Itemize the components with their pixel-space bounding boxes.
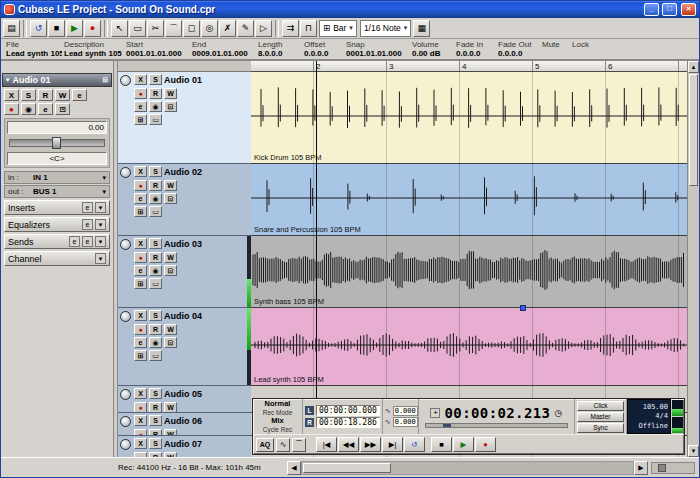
track-mute-button[interactable]: X bbox=[134, 310, 147, 321]
hscroll-thumb[interactable] bbox=[303, 463, 391, 473]
track-solo-button[interactable]: S bbox=[149, 166, 162, 177]
info-offset[interactable]: Offset0.0.0.0 bbox=[302, 39, 344, 59]
input-routing-select[interactable]: in : IN 1 ▾ bbox=[4, 171, 110, 184]
titlebar[interactable]: Cubase LE Project - Sound On Sound.cpr _… bbox=[1, 1, 699, 18]
track-write-button[interactable]: W bbox=[164, 402, 177, 413]
record-mode-value[interactable]: Normal bbox=[255, 400, 300, 408]
aq-button[interactable]: AQ bbox=[256, 438, 274, 452]
section-edit-icon[interactable]: e bbox=[82, 236, 93, 247]
inspector-menu-icon[interactable]: ⊞ bbox=[102, 76, 108, 84]
track-item-4[interactable]: XSAudio 04●RWe◉⊡⊞▭ bbox=[118, 308, 251, 386]
track-record-enable-button[interactable]: ● bbox=[134, 252, 147, 263]
zoom-slider-thumb[interactable] bbox=[658, 464, 666, 472]
inspector-mute-button[interactable]: X bbox=[4, 89, 19, 101]
project-overview-button[interactable]: ▤ bbox=[3, 20, 20, 37]
track-read-button[interactable]: R bbox=[149, 429, 162, 436]
tempo-display[interactable]: 105.00 4/4 Offline bbox=[627, 399, 671, 434]
section-open-icon[interactable]: ▾ bbox=[95, 202, 106, 213]
cycle-button[interactable]: ↺ bbox=[30, 20, 47, 37]
vertical-scrollbar[interactable]: ▲ ▼ bbox=[687, 61, 699, 457]
close-button[interactable]: × bbox=[681, 3, 696, 16]
output-routing-select[interactable]: out : BUS 1 ▾ bbox=[4, 185, 110, 198]
preroll-display[interactable]: 0.000 bbox=[393, 406, 418, 416]
track-mute-button[interactable]: X bbox=[134, 166, 147, 177]
scroll-right-button[interactable]: ▶ bbox=[634, 461, 648, 475]
track-lock-button[interactable]: ⊞ bbox=[134, 114, 147, 125]
track-timebase-button[interactable]: ⊡ bbox=[164, 101, 177, 112]
inspector-section-equalizers[interactable]: Equalizerse▾ bbox=[4, 217, 110, 232]
horizontal-scrollbar[interactable]: ◀ ▶ bbox=[287, 460, 648, 475]
play-tool[interactable]: ▷ bbox=[255, 20, 272, 37]
track-solo-button[interactable]: S bbox=[149, 415, 162, 426]
inspector-section-channel[interactable]: Channel▾ bbox=[4, 251, 110, 266]
inspector-write-button[interactable]: W bbox=[55, 89, 70, 101]
event-selection-handle[interactable] bbox=[520, 305, 526, 311]
track-edit-channel-button[interactable]: e bbox=[134, 337, 147, 348]
transport-rewind-button[interactable]: ◀◀ bbox=[338, 437, 359, 452]
transport-record-button[interactable]: ● bbox=[475, 437, 496, 452]
crossfade-icon-button[interactable]: ⌒ bbox=[292, 438, 306, 452]
draw-tool[interactable]: ✎ bbox=[237, 20, 254, 37]
position-slider-thumb[interactable] bbox=[443, 424, 451, 427]
track-monitor-button[interactable]: ◉ bbox=[149, 337, 162, 348]
time-signature-value[interactable]: 4/4 bbox=[630, 412, 668, 421]
clock-icon[interactable]: ◷ bbox=[554, 408, 562, 418]
right-locator-tag[interactable]: R bbox=[305, 418, 314, 427]
track-edit-channel-button[interactable]: e bbox=[134, 193, 147, 204]
transport-stop-button[interactable]: ■ bbox=[431, 437, 452, 452]
select-tool[interactable]: ↖ bbox=[111, 20, 128, 37]
track-record-enable-button[interactable]: ● bbox=[134, 88, 147, 99]
section-edit-icon[interactable]: e bbox=[82, 202, 93, 213]
stop-button[interactable]: ■ bbox=[48, 20, 65, 37]
info-file[interactable]: FileLead synth 105 bbox=[4, 39, 62, 59]
inspector-edit-button[interactable]: e bbox=[72, 89, 87, 101]
info-snap[interactable]: Snap0001.01.01.000 bbox=[344, 39, 410, 59]
click-button[interactable]: Click bbox=[577, 401, 624, 411]
info-end[interactable]: End0009.01.01.000 bbox=[190, 39, 256, 59]
inspector-section-sends[interactable]: Sendsee▾ bbox=[4, 234, 110, 249]
track-lock-button[interactable]: ⊞ bbox=[134, 278, 147, 289]
track-timebase-button[interactable]: ⊡ bbox=[164, 265, 177, 276]
record-button[interactable]: ● bbox=[84, 20, 101, 37]
horizontal-zoom-slider[interactable] bbox=[651, 462, 695, 474]
track-mute-button[interactable]: X bbox=[134, 238, 147, 249]
scroll-down-button[interactable]: ▼ bbox=[688, 445, 699, 457]
quantize-select[interactable]: 1/16 Note▾ bbox=[360, 20, 411, 37]
arrange-area[interactable]: 23456 Kick Drum 105 BPMSnare and Percuss… bbox=[251, 61, 687, 457]
right-locator-display[interactable]: 00:00:18.286 bbox=[316, 417, 380, 428]
inspector-track-header[interactable]: ▾ Audio 01 ⊞ bbox=[2, 73, 112, 87]
info-lock[interactable]: Lock bbox=[570, 39, 598, 59]
inspector-section-inserts[interactable]: Insertse▾ bbox=[4, 200, 110, 215]
time-format-plus-button[interactable]: + bbox=[430, 408, 440, 418]
record-mode-section[interactable]: Normal Rec Mode Mix Cycle Rec bbox=[253, 399, 303, 434]
fade-icon-button[interactable]: ∿ bbox=[276, 438, 290, 452]
play-button[interactable]: ▶ bbox=[66, 20, 83, 37]
position-slider[interactable] bbox=[425, 423, 568, 428]
sync-button[interactable]: Sync bbox=[577, 423, 624, 433]
zoom-tool[interactable]: ◎ bbox=[201, 20, 218, 37]
track-read-button[interactable]: R bbox=[149, 402, 162, 413]
track-mute-button[interactable]: X bbox=[134, 415, 147, 426]
autoscroll-button[interactable]: ⇉ bbox=[282, 20, 299, 37]
track-write-button[interactable]: W bbox=[164, 88, 177, 99]
info-length[interactable]: Length8.0.0.0 bbox=[256, 39, 302, 59]
master-button[interactable]: Master bbox=[577, 412, 624, 422]
track-read-button[interactable]: R bbox=[149, 180, 162, 191]
track-lane-display-button[interactable]: ▭ bbox=[149, 350, 162, 361]
postroll-display[interactable]: 0.000 bbox=[393, 417, 418, 427]
track-mute-button[interactable]: X bbox=[134, 74, 147, 85]
transport-go-to-start-button[interactable]: |◀ bbox=[316, 437, 337, 452]
info-fade-out[interactable]: Fade Out0.0.0.0 bbox=[496, 39, 540, 59]
transport-play-button[interactable]: ▶ bbox=[453, 437, 474, 452]
track-item-7[interactable]: XSAudio 07●RWe◉⊡⊞▭ bbox=[118, 436, 251, 457]
transport-go-to-end-button[interactable]: ▶| bbox=[382, 437, 403, 452]
track-write-button[interactable]: W bbox=[164, 324, 177, 335]
track-timebase-button[interactable]: ⊡ bbox=[164, 337, 177, 348]
track-solo-button[interactable]: S bbox=[149, 238, 162, 249]
section-open-icon[interactable]: ▾ bbox=[95, 219, 106, 230]
maximize-button[interactable]: □ bbox=[662, 3, 677, 16]
track-record-enable-button[interactable]: ● bbox=[134, 429, 147, 436]
info-fade-in[interactable]: Fade In0.0.0.0 bbox=[454, 39, 496, 59]
pan-display[interactable]: <C> bbox=[7, 152, 107, 165]
vscroll-thumb[interactable] bbox=[689, 74, 698, 186]
